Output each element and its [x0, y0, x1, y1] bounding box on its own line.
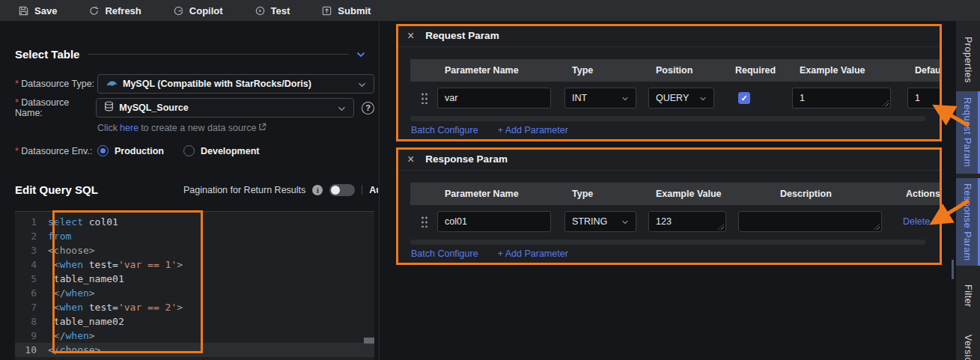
edit-query-sql-title: Edit Query SQL — [15, 183, 98, 196]
request-param-header: × Request Param — [397, 25, 940, 47]
description-input[interactable] — [738, 211, 882, 232]
request-table-header: Parameter Name Type Position Required Ex… — [410, 59, 940, 82]
env-radio-group: ProductionDevelopment — [97, 145, 259, 156]
line-number: 1 — [15, 215, 48, 229]
pagination-toggle[interactable] — [329, 184, 355, 196]
save-button[interactable]: Save — [18, 5, 57, 16]
table-hscrollbar[interactable] — [410, 116, 925, 121]
default-value-input[interactable]: 1 — [907, 88, 940, 109]
code-line[interactable]: 9 </when> — [15, 329, 374, 343]
header-rule — [88, 54, 349, 55]
batch-configure-link[interactable]: Batch Configure — [411, 248, 478, 259]
copilot-icon — [173, 5, 184, 16]
param-name-input[interactable]: col01 — [437, 211, 551, 232]
code-line[interactable]: 6 </when> — [15, 286, 374, 300]
datasource-name-value: MySQL_Source — [119, 103, 332, 113]
chevron-down-icon — [699, 93, 707, 103]
table-hscrollbar[interactable] — [410, 240, 925, 245]
datasource-type-select[interactable]: MySQL (Compatible with StarRocks/Doris) — [97, 74, 374, 94]
sidebar-tab-version[interactable]: Version — [956, 323, 980, 360]
close-icon[interactable]: × — [407, 153, 414, 165]
code-line[interactable]: 3<choose> — [15, 243, 374, 257]
mysql-icon — [106, 77, 118, 91]
env-radio-development[interactable]: Development — [183, 145, 260, 156]
radio-label: Production — [115, 146, 164, 156]
copilot-button[interactable]: Copilot — [173, 5, 223, 16]
code-line[interactable]: 5 table_name01 — [15, 272, 374, 286]
col-parameter-name: Parameter Name — [437, 65, 564, 76]
col-example-value: Example Value — [648, 189, 738, 199]
divider — [362, 185, 362, 195]
response-param-row: col01 STRING 123 Delete — [410, 205, 940, 238]
datasource-type-label: Datasource Type: — [15, 79, 97, 89]
chevron-down-icon — [621, 93, 629, 103]
chevron-down-icon — [358, 77, 366, 91]
line-number: 10 — [15, 343, 48, 357]
datasource-env-label: Datasource Env.: — [15, 146, 97, 156]
delete-link[interactable]: Delete — [903, 216, 930, 227]
copilot-label: Copilot — [189, 5, 223, 16]
col-parameter-name: Parameter Name — [437, 189, 564, 199]
collapse-chevron-icon[interactable] — [356, 47, 365, 61]
datasource-name-select[interactable]: MySQL_Source — [96, 98, 354, 118]
code-line[interactable]: 10</choose> — [15, 343, 374, 357]
col-description: Description — [738, 189, 895, 199]
create-datasource-helper: Click here to create a new data source — [97, 123, 267, 133]
example-value-input[interactable]: 123 — [648, 211, 726, 232]
batch-configure-link[interactable]: Batch Configure — [411, 125, 478, 135]
request-param-title: Request Param — [425, 30, 499, 41]
col-type: Type — [564, 65, 648, 76]
example-value-input[interactable]: 1 — [792, 88, 891, 109]
test-button[interactable]: Test — [255, 5, 290, 16]
add-parameter-link[interactable]: + Add Parameter — [498, 248, 568, 259]
submit-button[interactable]: Submit — [321, 5, 371, 16]
line-number: 9 — [15, 329, 48, 343]
help-icon[interactable]: ? — [362, 102, 374, 115]
panel-divider — [379, 21, 380, 360]
sidebar-tab-filter[interactable]: Filter — [956, 273, 980, 318]
code-line[interactable]: 8 table_name02 — [15, 314, 374, 329]
sidebar-tab-properties[interactable]: Properties — [956, 34, 980, 86]
editor-scrollbar[interactable] — [364, 338, 374, 344]
sidebar-tab-request-param[interactable]: Request Param — [956, 91, 980, 174]
param-type-select[interactable]: STRING — [564, 211, 636, 232]
info-icon[interactable]: i — [312, 185, 323, 195]
response-param-header: × Response Param — [397, 148, 940, 171]
drag-handle-icon[interactable] — [421, 92, 428, 104]
add-parameter-link[interactable]: + Add Parameter — [498, 125, 568, 135]
code-line[interactable]: 7 <when test='var == 2'> — [15, 300, 374, 314]
response-table-header: Parameter Name Type Example Value Descri… — [410, 183, 940, 205]
submit-icon — [321, 5, 332, 16]
editor-code: 1select col012from3<choose>4 <when test=… — [15, 215, 374, 357]
select-table-header: Select Table — [15, 47, 365, 61]
code-line[interactable]: 1select col01 — [15, 215, 374, 229]
code-line[interactable]: 2from — [15, 229, 374, 243]
gutter-separator — [58, 215, 58, 360]
toggle-knob — [331, 186, 340, 195]
col-required: Required — [732, 65, 792, 76]
datasource-type-row: Datasource Type: MySQL (Compatible with … — [15, 74, 374, 94]
vertical-scrollbar[interactable] — [952, 260, 954, 279]
param-type-select[interactable]: INT — [564, 88, 636, 109]
create-datasource-link[interactable]: here — [120, 123, 139, 133]
submit-label: Submit — [338, 5, 371, 16]
required-checkbox[interactable]: ✓ — [738, 92, 750, 104]
toolbar: Save Refresh Copilot Test Submit — [0, 0, 980, 21]
sql-editor[interactable]: 1select col012from3<choose>4 <when test=… — [15, 211, 374, 360]
sidebar-tab-response-param[interactable]: Response Param — [956, 178, 980, 266]
save-icon — [18, 5, 29, 16]
line-number: 8 — [15, 314, 48, 329]
refresh-button[interactable]: Refresh — [88, 5, 141, 16]
env-radio-production[interactable]: Production — [97, 145, 164, 156]
col-example-value: Example Value — [792, 65, 904, 76]
close-icon[interactable]: × — [407, 30, 414, 42]
request-param-panel: × Request Param Parameter Name Type Posi… — [397, 25, 940, 141]
test-icon — [255, 5, 266, 16]
datasource-name-label: Datasource Name: — [15, 97, 96, 118]
pagination-cluster: Pagination for Return Results i Automati… — [183, 184, 378, 196]
drag-handle-icon[interactable] — [421, 216, 428, 228]
refresh-label: Refresh — [105, 5, 141, 16]
param-position-select[interactable]: QUERY — [648, 88, 714, 109]
param-name-input[interactable]: var — [437, 88, 551, 109]
code-line[interactable]: 4 <when test='var == 1'> — [15, 257, 374, 272]
